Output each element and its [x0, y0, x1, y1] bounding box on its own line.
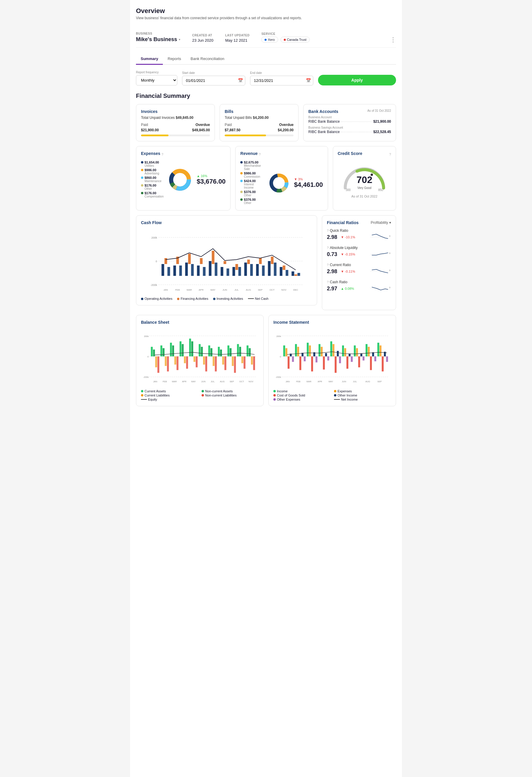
- svg-text:850: 850: [378, 188, 383, 192]
- svg-rect-120: [239, 347, 241, 356]
- apply-button[interactable]: Apply: [318, 75, 396, 86]
- svg-rect-168: [339, 356, 341, 363]
- svg-rect-27: [185, 262, 188, 276]
- svg-rect-184: [377, 343, 379, 356]
- svg-text:JUL: JUL: [211, 380, 215, 383]
- credit-score-card: Credit Score ? 702 300 850 Very Good: [333, 146, 396, 211]
- bank-account-1-amount: $21,900.00: [373, 119, 391, 124]
- last-updated-value: May 12 2021: [225, 38, 247, 42]
- svg-text:MAY: MAY: [191, 380, 196, 383]
- more-options-button[interactable]: ⋮: [390, 37, 396, 42]
- tab-bank-reconciliation[interactable]: Bank Reconciliation: [186, 53, 229, 65]
- quick-ratio-help[interactable]: ?: [327, 229, 329, 232]
- svg-text:NOV: NOV: [281, 289, 287, 291]
- bank-accounts-title: Bank Accounts: [308, 109, 338, 114]
- bank-accounts-date: As of 31 Oct 2022: [367, 109, 391, 112]
- revenue-title: Revenue: [240, 151, 257, 156]
- abs-liquidity-label: Absolute Liquidity: [330, 246, 358, 250]
- expenses-title: Expenses: [141, 151, 160, 156]
- svg-rect-24: [173, 265, 176, 276]
- svg-rect-159: [318, 344, 320, 356]
- svg-rect-144: [283, 345, 285, 356]
- svg-rect-42: [244, 262, 247, 276]
- svg-rect-85: [155, 356, 157, 367]
- svg-text:JAN: JAN: [153, 380, 157, 383]
- svg-rect-30: [197, 265, 200, 276]
- ratios-dropdown[interactable]: Profitability ▾: [371, 221, 391, 225]
- start-date-label: Start date: [182, 71, 245, 75]
- is-legend-net-income: Net Income: [341, 398, 358, 401]
- business-select[interactable]: Mike's Business ▾: [136, 36, 180, 42]
- svg-text:200k: 200k: [151, 236, 157, 239]
- abs-liquidity-change: ▼ -0.15%: [341, 252, 355, 256]
- financial-summary-title: Financial Summary: [136, 93, 396, 99]
- tab-summary[interactable]: Summary: [136, 53, 163, 65]
- ratios-chevron-icon: ▾: [389, 221, 391, 225]
- end-date-label: End date: [250, 71, 313, 75]
- expenses-donut-chart: [168, 168, 192, 192]
- quick-ratio-change: ▼ -10.1%: [341, 235, 355, 239]
- middle-cards-row: Expenses ? $1,654.00Utilities $986.00Adv…: [136, 146, 396, 211]
- bank-account-2-name: RIBC Bank Balance: [308, 130, 340, 134]
- quick-ratio-sparkline: 0: [370, 233, 391, 241]
- svg-rect-91: [170, 343, 172, 356]
- bills-progress-fill: [225, 134, 266, 136]
- abs-liquidity-help[interactable]: ?: [327, 246, 329, 249]
- abs-liquidity-value: 0.73: [327, 251, 337, 257]
- bank-account-2-amount: $22,528.45: [373, 130, 391, 134]
- is-legend-income: Income: [277, 390, 288, 393]
- current-ratio-sparkline: 0: [370, 267, 391, 276]
- balance-sheet-title: Balance Sheet: [141, 320, 259, 325]
- bs-legend-current-liabilities: Current Liabilities: [144, 394, 170, 397]
- bs-legend-noncurrent-liabilities: Non-current Liabilities: [205, 394, 237, 397]
- created-at-label: CREATED AT: [192, 34, 214, 37]
- svg-rect-165: [332, 344, 334, 356]
- svg-text:AUG: AUG: [365, 380, 370, 383]
- start-date-input[interactable]: [182, 76, 245, 86]
- expenses-help-icon[interactable]: ?: [161, 152, 163, 156]
- ratios-title: Financial Ratios: [327, 220, 359, 225]
- svg-text:APR: APR: [198, 289, 204, 291]
- svg-text:AUG: AUG: [220, 380, 225, 383]
- report-frequency-select[interactable]: Monthly Weekly Quarterly: [136, 75, 177, 86]
- service-label: SERVICE: [261, 32, 309, 35]
- current-ratio-help[interactable]: ?: [327, 263, 329, 267]
- revenue-help-icon[interactable]: ?: [259, 152, 261, 156]
- svg-text:0: 0: [389, 235, 391, 237]
- cash-ratio-change: ▲ 0.08%: [341, 287, 354, 290]
- invoices-overdue-label: Overdue: [195, 123, 210, 127]
- svg-text:Very Good: Very Good: [357, 186, 371, 190]
- expenses-total: $3,676.00: [196, 178, 226, 185]
- balance-sheet-chart: 200k 0 -200k: [141, 328, 259, 387]
- svg-rect-45: [256, 264, 259, 276]
- svg-rect-145: [285, 348, 287, 356]
- cash-flow-legend: Operating Activities Financing Activitie…: [141, 297, 312, 300]
- tab-reports[interactable]: Reports: [163, 53, 186, 65]
- svg-text:0: 0: [389, 286, 391, 289]
- is-legend-cogs: Cost of Goods Sold: [277, 394, 305, 397]
- report-frequency-label: Report frequency: [136, 71, 177, 74]
- business-field: BUSINESS Mike's Business ▾: [136, 32, 180, 42]
- svg-rect-126: [253, 356, 255, 370]
- cash-ratio-help[interactable]: ?: [327, 280, 329, 284]
- svg-rect-26: [179, 265, 182, 276]
- svg-text:0: 0: [155, 260, 157, 263]
- svg-rect-95: [180, 341, 181, 356]
- svg-rect-160: [321, 347, 322, 356]
- invoices-title: Invoices: [141, 109, 210, 114]
- svg-rect-40: [235, 264, 238, 270]
- page-title: Overview: [136, 7, 396, 15]
- svg-rect-28: [188, 254, 190, 264]
- credit-help-icon[interactable]: ?: [389, 152, 391, 156]
- svg-text:SEP: SEP: [258, 289, 262, 291]
- svg-rect-48: [268, 261, 270, 276]
- cash-flow-card: Cash Flow 200k 0 -200k: [136, 215, 317, 306]
- credit-gauge-chart: 702 300 850 Very Good: [341, 163, 388, 191]
- end-date-input[interactable]: [250, 76, 313, 86]
- svg-rect-173: [351, 356, 353, 362]
- svg-text:-200k: -200k: [143, 376, 149, 378]
- revenue-change: ▼ 3%: [294, 178, 323, 181]
- svg-rect-146: [288, 356, 289, 369]
- svg-rect-162: [325, 353, 327, 356]
- svg-rect-125: [251, 356, 253, 364]
